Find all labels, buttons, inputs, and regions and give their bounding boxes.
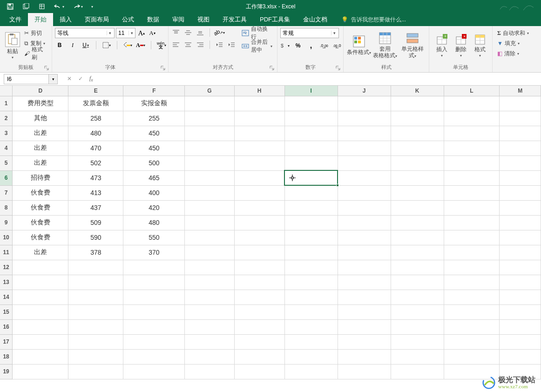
- phonetic-guide-button[interactable]: wén文▾: [157, 41, 166, 50]
- cell[interactable]: [185, 304, 234, 319]
- wrap-text-button[interactable]: ab自动换行: [240, 28, 274, 38]
- tab-insert[interactable]: 插入: [53, 13, 78, 26]
- cell[interactable]: [338, 349, 391, 364]
- tab-view[interactable]: 视图: [191, 13, 216, 26]
- tell-me-search[interactable]: 💡 告诉我您想要做什么...: [341, 13, 406, 26]
- cell[interactable]: [284, 111, 338, 126]
- row-header[interactable]: 15: [0, 304, 13, 319]
- align-center-icon[interactable]: [183, 40, 193, 49]
- cell[interactable]: [185, 319, 234, 334]
- fill-handle[interactable]: [336, 184, 339, 187]
- cell[interactable]: [13, 260, 68, 275]
- cell[interactable]: [185, 334, 234, 349]
- cancel-formula-icon[interactable]: ✕: [67, 75, 72, 82]
- undo-icon[interactable]: [54, 3, 61, 10]
- cell[interactable]: [500, 245, 541, 260]
- cell[interactable]: 502: [68, 155, 123, 170]
- fill-button[interactable]: ▼填充▾: [495, 38, 531, 48]
- row-header[interactable]: 6: [0, 170, 13, 185]
- cell[interactable]: [123, 334, 185, 349]
- column-header[interactable]: I: [284, 86, 338, 96]
- cell[interactable]: 招待费: [13, 170, 68, 185]
- cell[interactable]: 473: [68, 170, 123, 185]
- cell[interactable]: 258: [68, 111, 123, 126]
- cell[interactable]: [234, 334, 284, 349]
- cell[interactable]: [500, 230, 541, 245]
- cell[interactable]: 费用类型: [13, 96, 68, 111]
- tab-formulas[interactable]: 公式: [115, 13, 141, 26]
- cell[interactable]: [338, 319, 391, 334]
- cell[interactable]: [234, 245, 284, 260]
- cell[interactable]: [500, 304, 541, 319]
- cell[interactable]: [234, 260, 284, 275]
- cell[interactable]: [234, 364, 284, 379]
- cell[interactable]: [444, 111, 500, 126]
- cell[interactable]: 伙食费: [13, 230, 68, 245]
- row-header[interactable]: 19: [0, 364, 13, 379]
- cell[interactable]: [338, 230, 391, 245]
- row-header[interactable]: 9: [0, 215, 13, 230]
- row-header[interactable]: 5: [0, 155, 13, 170]
- tab-pdf-tools[interactable]: PDF工具集: [253, 13, 297, 26]
- cell[interactable]: [234, 141, 284, 155]
- cell[interactable]: [284, 260, 338, 275]
- cell[interactable]: [123, 260, 185, 275]
- column-header[interactable]: M: [500, 86, 541, 96]
- comma-format-button[interactable]: ,: [306, 41, 316, 50]
- cell[interactable]: [391, 170, 444, 185]
- cell[interactable]: [123, 290, 185, 304]
- cell[interactable]: [391, 260, 444, 275]
- cell[interactable]: [444, 245, 500, 260]
- decrease-indent-icon[interactable]: [215, 40, 224, 49]
- font-color-button[interactable]: A▾: [136, 41, 145, 50]
- cell[interactable]: 255: [123, 111, 185, 126]
- cell[interactable]: [123, 319, 185, 334]
- cell[interactable]: 480: [123, 215, 185, 230]
- format-painter-button[interactable]: 🖌格式刷: [22, 48, 49, 59]
- cell[interactable]: 450: [123, 126, 185, 141]
- cell[interactable]: 378: [68, 245, 123, 260]
- cell[interactable]: [444, 141, 500, 155]
- format-as-table-button[interactable]: 套用 表格格式▾: [371, 28, 399, 63]
- cell[interactable]: [391, 319, 444, 334]
- cell[interactable]: [284, 126, 338, 141]
- insert-function-icon[interactable]: fx: [89, 75, 93, 82]
- cell[interactable]: [234, 349, 284, 364]
- font-name-selector[interactable]: ▾: [55, 28, 115, 38]
- cell[interactable]: [234, 155, 284, 170]
- cell[interactable]: [444, 200, 500, 215]
- undo-dropdown[interactable]: ▾: [62, 5, 64, 9]
- row-header[interactable]: 12: [0, 260, 13, 275]
- cell[interactable]: [444, 319, 500, 334]
- underline-button[interactable]: U▾: [81, 41, 90, 50]
- cell[interactable]: [13, 290, 68, 304]
- cell[interactable]: [444, 170, 500, 185]
- cell[interactable]: [185, 111, 234, 126]
- cell[interactable]: 500: [123, 155, 185, 170]
- cell[interactable]: [444, 126, 500, 141]
- cell[interactable]: [338, 200, 391, 215]
- cell[interactable]: 伙食费: [13, 200, 68, 215]
- cell[interactable]: [185, 170, 234, 185]
- row-header[interactable]: 10: [0, 230, 13, 245]
- cell[interactable]: [444, 304, 500, 319]
- cell[interactable]: [391, 126, 444, 141]
- cell[interactable]: [338, 185, 391, 200]
- cell[interactable]: [444, 185, 500, 200]
- cell[interactable]: [444, 215, 500, 230]
- cell[interactable]: [13, 304, 68, 319]
- cell[interactable]: [234, 200, 284, 215]
- align-top-icon[interactable]: [171, 28, 181, 37]
- cell[interactable]: 420: [123, 200, 185, 215]
- cell[interactable]: [68, 275, 123, 290]
- cell[interactable]: [500, 126, 541, 141]
- cell[interactable]: 590: [68, 230, 123, 245]
- cell[interactable]: [391, 304, 444, 319]
- align-right-icon[interactable]: [196, 40, 205, 49]
- number-dialog-launcher[interactable]: [336, 66, 341, 71]
- align-bottom-icon[interactable]: [196, 28, 205, 37]
- cell[interactable]: [338, 260, 391, 275]
- increase-decimal-button[interactable]: .0.00: [319, 41, 329, 50]
- cell[interactable]: [391, 96, 444, 111]
- cell[interactable]: [185, 364, 234, 379]
